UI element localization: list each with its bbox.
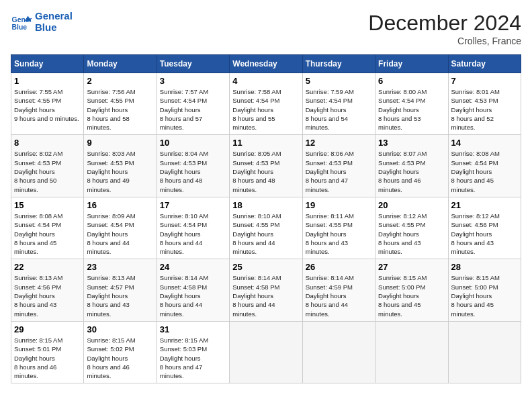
calendar-day-cell: 26 Sunrise: 8:14 AM Sunset: 4:59 PM Dayl… <box>302 259 375 321</box>
calendar-day-cell: 11 Sunrise: 8:05 AM Sunset: 4:53 PM Dayl… <box>230 135 302 197</box>
weekday-header: Tuesday <box>157 55 229 73</box>
page-header: General Blue GeneralBlue December 2024 C… <box>11 11 521 46</box>
logo-text: GeneralBlue <box>35 11 73 33</box>
day-number: 19 <box>306 200 372 210</box>
day-info: Sunrise: 8:00 AM Sunset: 4:54 PM Dayligh… <box>378 87 445 132</box>
calendar-day-cell: 17 Sunrise: 8:10 AM Sunset: 4:54 PM Dayl… <box>157 197 229 259</box>
day-number: 27 <box>378 262 445 272</box>
day-info: Sunrise: 7:56 AM Sunset: 4:55 PM Dayligh… <box>87 87 153 132</box>
calendar-day-cell: 9 Sunrise: 8:03 AM Sunset: 4:53 PM Dayli… <box>84 135 157 197</box>
day-number: 9 <box>87 138 153 148</box>
calendar-day-cell: 24 Sunrise: 8:14 AM Sunset: 4:58 PM Dayl… <box>157 259 229 321</box>
day-number: 20 <box>378 200 445 210</box>
calendar-week-row: 15 Sunrise: 8:08 AM Sunset: 4:54 PM Dayl… <box>11 197 521 259</box>
calendar-day-cell: 31 Sunrise: 8:15 AM Sunset: 5:03 PM Dayl… <box>157 321 229 383</box>
calendar-day-cell: 19 Sunrise: 8:11 AM Sunset: 4:55 PM Dayl… <box>302 197 375 259</box>
day-number: 17 <box>160 200 226 210</box>
calendar-day-cell: 22 Sunrise: 8:13 AM Sunset: 4:56 PM Dayl… <box>11 259 84 321</box>
day-info: Sunrise: 8:15 AM Sunset: 5:00 PM Dayligh… <box>378 273 445 318</box>
day-number: 4 <box>232 76 299 86</box>
calendar-day-cell: 15 Sunrise: 8:08 AM Sunset: 4:54 PM Dayl… <box>11 197 84 259</box>
calendar-day-cell: 6 Sunrise: 8:00 AM Sunset: 4:54 PM Dayli… <box>375 73 448 135</box>
day-number: 14 <box>451 138 518 148</box>
day-info: Sunrise: 8:08 AM Sunset: 4:54 PM Dayligh… <box>451 149 518 193</box>
day-info: Sunrise: 8:12 AM Sunset: 4:55 PM Dayligh… <box>378 212 445 256</box>
calendar-day-cell: 5 Sunrise: 7:59 AM Sunset: 4:54 PM Dayli… <box>302 73 375 135</box>
logo-icon: General Blue <box>11 11 32 33</box>
day-info: Sunrise: 8:04 AM Sunset: 4:53 PM Dayligh… <box>160 149 226 193</box>
day-info: Sunrise: 8:13 AM Sunset: 4:56 PM Dayligh… <box>14 273 81 318</box>
day-number: 21 <box>451 200 518 210</box>
day-number: 5 <box>306 76 372 86</box>
day-info: Sunrise: 8:11 AM Sunset: 4:55 PM Dayligh… <box>306 212 372 256</box>
location: Crolles, France <box>368 36 521 46</box>
day-number: 11 <box>232 138 299 148</box>
calendar-day-cell: 18 Sunrise: 8:10 AM Sunset: 4:55 PM Dayl… <box>230 197 302 259</box>
calendar-table: SundayMondayTuesdayWednesdayThursdayFrid… <box>11 54 521 383</box>
day-number: 12 <box>306 138 372 148</box>
day-info: Sunrise: 7:57 AM Sunset: 4:54 PM Dayligh… <box>160 87 226 132</box>
calendar-day-cell: 3 Sunrise: 7:57 AM Sunset: 4:54 PM Dayli… <box>157 73 229 135</box>
title-block: December 2024 Crolles, France <box>368 11 521 46</box>
calendar-day-cell: 16 Sunrise: 8:09 AM Sunset: 4:54 PM Dayl… <box>84 197 157 259</box>
calendar-day-cell: 13 Sunrise: 8:07 AM Sunset: 4:53 PM Dayl… <box>375 135 448 197</box>
day-number: 7 <box>451 76 518 86</box>
calendar-day-cell <box>375 321 448 383</box>
calendar-day-cell: 8 Sunrise: 8:02 AM Sunset: 4:53 PM Dayli… <box>11 135 84 197</box>
weekday-header-row: SundayMondayTuesdayWednesdayThursdayFrid… <box>11 55 521 73</box>
calendar-day-cell: 20 Sunrise: 8:12 AM Sunset: 4:55 PM Dayl… <box>375 197 448 259</box>
day-number: 28 <box>451 262 518 272</box>
calendar-day-cell <box>302 321 375 383</box>
calendar-week-row: 8 Sunrise: 8:02 AM Sunset: 4:53 PM Dayli… <box>11 135 521 197</box>
calendar-day-cell: 29 Sunrise: 8:15 AM Sunset: 5:01 PM Dayl… <box>11 321 84 383</box>
weekday-header: Sunday <box>11 55 84 73</box>
calendar-day-cell <box>448 321 521 383</box>
day-number: 29 <box>14 324 81 334</box>
calendar-day-cell: 12 Sunrise: 8:06 AM Sunset: 4:53 PM Dayl… <box>302 135 375 197</box>
logo: General Blue GeneralBlue <box>11 11 73 33</box>
calendar-day-cell: 21 Sunrise: 8:12 AM Sunset: 4:56 PM Dayl… <box>448 197 521 259</box>
calendar-day-cell: 10 Sunrise: 8:04 AM Sunset: 4:53 PM Dayl… <box>157 135 229 197</box>
day-info: Sunrise: 8:03 AM Sunset: 4:53 PM Dayligh… <box>87 149 153 193</box>
weekday-header: Friday <box>375 55 448 73</box>
day-info: Sunrise: 8:12 AM Sunset: 4:56 PM Dayligh… <box>451 212 518 256</box>
svg-text:Blue: Blue <box>12 24 28 31</box>
day-info: Sunrise: 8:14 AM Sunset: 4:58 PM Dayligh… <box>232 273 299 318</box>
day-info: Sunrise: 8:05 AM Sunset: 4:53 PM Dayligh… <box>232 149 299 193</box>
day-info: Sunrise: 8:08 AM Sunset: 4:54 PM Dayligh… <box>14 212 81 256</box>
day-info: Sunrise: 7:59 AM Sunset: 4:54 PM Dayligh… <box>306 87 372 132</box>
day-number: 22 <box>14 262 81 272</box>
day-number: 15 <box>14 200 81 210</box>
calendar-day-cell: 27 Sunrise: 8:15 AM Sunset: 5:00 PM Dayl… <box>375 259 448 321</box>
calendar-day-cell: 23 Sunrise: 8:13 AM Sunset: 4:57 PM Dayl… <box>84 259 157 321</box>
weekday-header: Monday <box>84 55 157 73</box>
day-number: 30 <box>87 324 153 334</box>
day-number: 13 <box>378 138 445 148</box>
day-info: Sunrise: 8:14 AM Sunset: 4:58 PM Dayligh… <box>160 273 226 318</box>
day-number: 26 <box>306 262 372 272</box>
calendar-week-row: 29 Sunrise: 8:15 AM Sunset: 5:01 PM Dayl… <box>11 321 521 383</box>
day-number: 10 <box>160 138 226 148</box>
weekday-header: Saturday <box>448 55 521 73</box>
month-title: December 2024 <box>368 11 521 36</box>
weekday-header: Thursday <box>302 55 375 73</box>
day-number: 24 <box>160 262 226 272</box>
day-info: Sunrise: 8:14 AM Sunset: 4:59 PM Dayligh… <box>306 273 372 318</box>
calendar-day-cell: 4 Sunrise: 7:58 AM Sunset: 4:54 PM Dayli… <box>230 73 302 135</box>
day-info: Sunrise: 8:09 AM Sunset: 4:54 PM Dayligh… <box>87 212 153 256</box>
day-info: Sunrise: 8:15 AM Sunset: 5:03 PM Dayligh… <box>160 336 226 380</box>
weekday-header: Wednesday <box>230 55 302 73</box>
day-info: Sunrise: 7:58 AM Sunset: 4:54 PM Dayligh… <box>232 87 299 132</box>
calendar-day-cell: 2 Sunrise: 7:56 AM Sunset: 4:55 PM Dayli… <box>84 73 157 135</box>
calendar-week-row: 1 Sunrise: 7:55 AM Sunset: 4:55 PM Dayli… <box>11 73 521 135</box>
calendar-day-cell: 14 Sunrise: 8:08 AM Sunset: 4:54 PM Dayl… <box>448 135 521 197</box>
calendar-day-cell: 7 Sunrise: 8:01 AM Sunset: 4:53 PM Dayli… <box>448 73 521 135</box>
day-info: Sunrise: 8:10 AM Sunset: 4:55 PM Dayligh… <box>232 212 299 256</box>
calendar-day-cell: 30 Sunrise: 8:15 AM Sunset: 5:02 PM Dayl… <box>84 321 157 383</box>
day-number: 1 <box>14 76 81 86</box>
day-number: 6 <box>378 76 445 86</box>
day-info: Sunrise: 8:06 AM Sunset: 4:53 PM Dayligh… <box>306 149 372 193</box>
day-number: 2 <box>87 76 153 86</box>
day-number: 8 <box>14 138 81 148</box>
day-number: 3 <box>160 76 226 86</box>
